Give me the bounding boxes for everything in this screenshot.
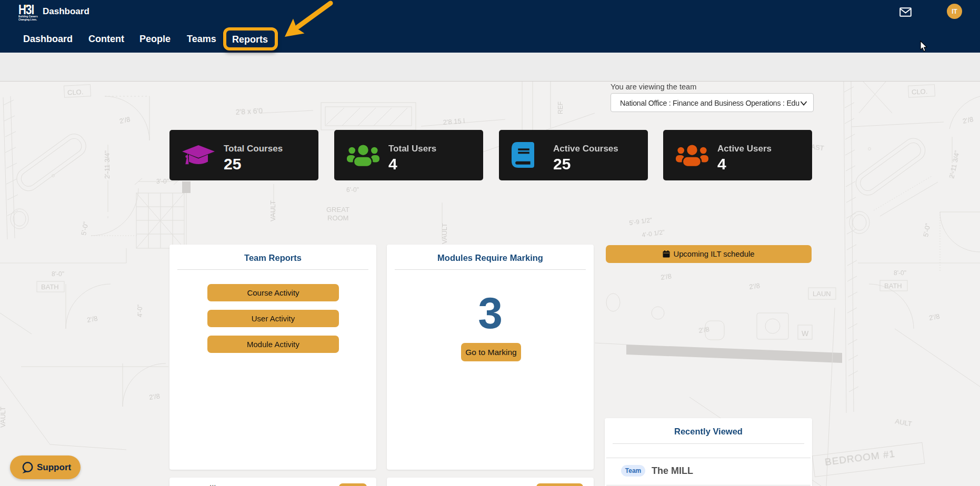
svg-text:W: W <box>802 329 809 338</box>
svg-text:2'/8: 2'/8 <box>86 315 98 324</box>
svg-text:BATH: BATH <box>41 283 59 291</box>
svg-text:2'/8: 2'/8 <box>660 272 672 281</box>
svg-text:BATH: BATH <box>884 282 902 290</box>
svg-text:AST: AST <box>811 143 825 152</box>
svg-text:VAULT: VAULT <box>0 407 7 428</box>
svg-text:2'/8: 2'/8 <box>148 392 160 401</box>
svg-text:2'-11 3/4": 2'-11 3/4" <box>947 149 961 179</box>
svg-text:8'-0": 8'-0" <box>52 270 64 278</box>
svg-text:CLO.: CLO. <box>912 87 928 96</box>
svg-text:2'8 x 6'0: 2'8 x 6'0 <box>235 106 263 116</box>
svg-text:ROOM: ROOM <box>327 214 348 222</box>
svg-text:4'-0": 4'-0" <box>136 305 144 317</box>
svg-text:3'-0": 3'-0" <box>156 178 169 185</box>
svg-text:2'/8: 2'/8 <box>748 281 760 291</box>
svg-text:VAULT: VAULT <box>269 200 277 221</box>
svg-text:2'8 15 l: 2'8 15 l <box>443 117 465 126</box>
svg-text:4'-0 1/2": 4'-0 1/2" <box>641 228 665 239</box>
svg-text:2'/8: 2'/8 <box>962 115 974 125</box>
svg-text:2'-11 3/4": 2'-11 3/4" <box>103 150 111 179</box>
svg-text:BEDROOM #1: BEDROOM #1 <box>824 448 896 468</box>
svg-text:AULT: AULT <box>894 417 912 428</box>
svg-text:6'-0": 6'-0" <box>346 186 359 194</box>
svg-text:CLO.: CLO. <box>67 88 84 97</box>
svg-text:GREAT: GREAT <box>326 206 349 214</box>
svg-text:5'-9 1/2": 5'-9 1/2" <box>628 216 652 227</box>
svg-text:2'/8: 2'/8 <box>698 325 709 335</box>
svg-text:VAULT: VAULT <box>441 223 448 244</box>
svg-text:5'-0": 5'-0" <box>79 221 89 236</box>
svg-text:5'-0": 5'-0" <box>922 222 932 237</box>
svg-text:LAUN: LAUN <box>813 290 831 298</box>
svg-text:2'/8: 2'/8 <box>119 115 131 125</box>
svg-text:REF: REF <box>557 102 564 114</box>
svg-text:8'-0": 8'-0" <box>894 269 906 277</box>
svg-text:2'/8: 2'/8 <box>928 312 941 322</box>
